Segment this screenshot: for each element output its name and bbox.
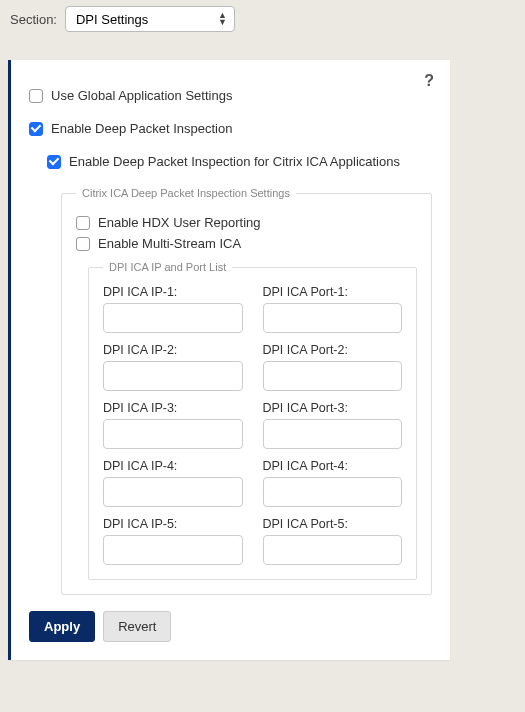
dpi-ica-port-2-label: DPI ICA Port-2: bbox=[263, 343, 403, 357]
dpi-ica-ip-3-block: DPI ICA IP-3: bbox=[103, 401, 243, 449]
dpi-ica-ip-2-input[interactable] bbox=[103, 361, 243, 391]
enable-hdx-checkbox[interactable] bbox=[76, 216, 90, 230]
enable-multistream-checkbox[interactable] bbox=[76, 237, 90, 251]
ip-port-legend: DPI ICA IP and Port List bbox=[103, 261, 232, 273]
dpi-ica-port-5-block: DPI ICA Port-5: bbox=[263, 517, 403, 565]
dpi-ica-port-5-input[interactable] bbox=[263, 535, 403, 565]
dpi-ica-port-4-label: DPI ICA Port-4: bbox=[263, 459, 403, 473]
enable-dpi-citrix-row[interactable]: Enable Deep Packet Inspection for Citrix… bbox=[47, 154, 432, 169]
dpi-ica-ip-3-label: DPI ICA IP-3: bbox=[103, 401, 243, 415]
section-select-wrap: DPI Settings ▲▼ bbox=[65, 6, 235, 32]
dpi-ica-ip-3-input[interactable] bbox=[103, 419, 243, 449]
settings-card: ? Use Global Application Settings Enable… bbox=[8, 60, 450, 660]
dpi-ica-ip-4-input[interactable] bbox=[103, 477, 243, 507]
apply-button[interactable]: Apply bbox=[29, 611, 95, 642]
enable-dpi-citrix-label: Enable Deep Packet Inspection for Citrix… bbox=[69, 154, 400, 169]
dpi-ica-port-1-block: DPI ICA Port-1: bbox=[263, 285, 403, 333]
dpi-ica-port-3-input[interactable] bbox=[263, 419, 403, 449]
help-icon[interactable]: ? bbox=[424, 72, 434, 90]
enable-multistream-label: Enable Multi-Stream ICA bbox=[98, 236, 241, 251]
dpi-ica-port-2-input[interactable] bbox=[263, 361, 403, 391]
dpi-ica-port-1-input[interactable] bbox=[263, 303, 403, 333]
enable-hdx-row[interactable]: Enable HDX User Reporting bbox=[76, 215, 417, 230]
dpi-ica-port-1-label: DPI ICA Port-1: bbox=[263, 285, 403, 299]
enable-dpi-citrix-checkbox[interactable] bbox=[47, 155, 61, 169]
enable-dpi-row[interactable]: Enable Deep Packet Inspection bbox=[29, 121, 432, 136]
enable-hdx-label: Enable HDX User Reporting bbox=[98, 215, 261, 230]
dpi-ica-ip-1-input[interactable] bbox=[103, 303, 243, 333]
dpi-ica-port-4-block: DPI ICA Port-4: bbox=[263, 459, 403, 507]
dpi-ica-port-2-block: DPI ICA Port-2: bbox=[263, 343, 403, 391]
citrix-group: Citrix ICA Deep Packet Inspection Settin… bbox=[61, 187, 432, 595]
dpi-ica-ip-4-block: DPI ICA IP-4: bbox=[103, 459, 243, 507]
dpi-ica-ip-1-label: DPI ICA IP-1: bbox=[103, 285, 243, 299]
ip-port-group: DPI ICA IP and Port List DPI ICA IP-1:DP… bbox=[88, 261, 417, 580]
dpi-ica-ip-5-label: DPI ICA IP-5: bbox=[103, 517, 243, 531]
section-select[interactable]: DPI Settings bbox=[65, 6, 235, 32]
dpi-ica-ip-1-block: DPI ICA IP-1: bbox=[103, 285, 243, 333]
dpi-ica-ip-2-label: DPI ICA IP-2: bbox=[103, 343, 243, 357]
dpi-ica-port-3-label: DPI ICA Port-3: bbox=[263, 401, 403, 415]
dpi-ica-ip-5-block: DPI ICA IP-5: bbox=[103, 517, 243, 565]
use-global-label: Use Global Application Settings bbox=[51, 88, 232, 103]
enable-multistream-row[interactable]: Enable Multi-Stream ICA bbox=[76, 236, 417, 251]
use-global-row[interactable]: Use Global Application Settings bbox=[29, 88, 432, 103]
citrix-legend: Citrix ICA Deep Packet Inspection Settin… bbox=[76, 187, 296, 199]
enable-dpi-label: Enable Deep Packet Inspection bbox=[51, 121, 232, 136]
revert-button[interactable]: Revert bbox=[103, 611, 171, 642]
dpi-ica-ip-2-block: DPI ICA IP-2: bbox=[103, 343, 243, 391]
dpi-ica-ip-5-input[interactable] bbox=[103, 535, 243, 565]
use-global-checkbox[interactable] bbox=[29, 89, 43, 103]
ip-port-grid: DPI ICA IP-1:DPI ICA Port-1:DPI ICA IP-2… bbox=[103, 285, 402, 565]
dpi-ica-port-3-block: DPI ICA Port-3: bbox=[263, 401, 403, 449]
dpi-ica-port-5-label: DPI ICA Port-5: bbox=[263, 517, 403, 531]
dpi-ica-port-4-input[interactable] bbox=[263, 477, 403, 507]
top-bar: Section: DPI Settings ▲▼ bbox=[0, 0, 525, 42]
button-row: Apply Revert bbox=[29, 611, 432, 642]
enable-dpi-checkbox[interactable] bbox=[29, 122, 43, 136]
section-label: Section: bbox=[10, 12, 57, 27]
dpi-ica-ip-4-label: DPI ICA IP-4: bbox=[103, 459, 243, 473]
